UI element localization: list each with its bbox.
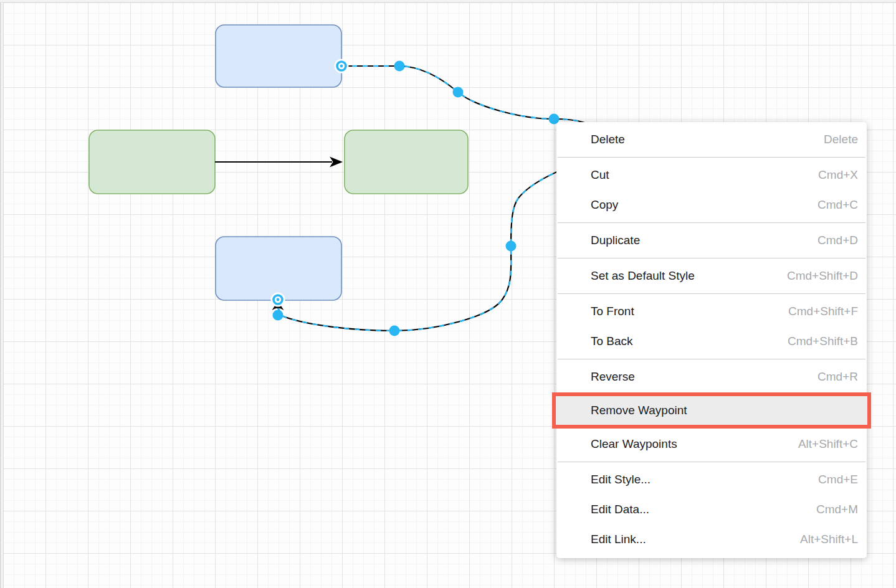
menu-item-label: To Front — [591, 305, 634, 318]
menu-item-clear-waypoints[interactable]: Clear Waypoints Alt+Shift+C — [556, 429, 867, 459]
menu-item-label: Remove Waypoint — [591, 404, 687, 417]
menu-item-label: Edit Link... — [591, 533, 646, 546]
node-green-right[interactable] — [345, 130, 468, 194]
menu-item-shortcut: Cmd+X — [818, 168, 858, 182]
menu-separator — [558, 157, 865, 158]
menu-item-label: Set as Default Style — [591, 269, 695, 283]
menu-item-to-back[interactable]: To Back Cmd+Shift+B — [556, 326, 867, 356]
menu-item-shortcut: Cmd+R — [817, 370, 858, 384]
menu-item-reverse[interactable]: Reverse Cmd+R — [556, 362, 867, 392]
menu-item-label: Copy — [591, 198, 618, 212]
menu-item-shortcut: Cmd+Shift+F — [788, 305, 858, 318]
menu-item-label: Clear Waypoints — [591, 437, 677, 451]
menu-item-copy[interactable]: Copy Cmd+C — [556, 190, 867, 220]
menu-item-shortcut: Cmd+M — [816, 503, 858, 516]
edge-endpoint-ring-target[interactable] — [271, 293, 285, 307]
menu-item-remove-waypoint[interactable]: Remove Waypoint — [552, 392, 871, 429]
menu-item-label: Edit Style... — [591, 473, 651, 486]
menu-item-shortcut: Alt+Shift+L — [800, 533, 858, 546]
menu-separator — [558, 222, 865, 223]
menu-item-shortcut: Delete — [824, 133, 858, 146]
menu-item-shortcut: Cmd+E — [818, 473, 858, 486]
waypoint-handle[interactable] — [394, 61, 405, 72]
menu-item-label: Edit Data... — [591, 503, 649, 516]
menu-item-label: To Back — [591, 334, 633, 348]
menu-item-duplicate[interactable]: Duplicate Cmd+D — [556, 225, 867, 255]
menu-item-delete[interactable]: Delete Delete — [556, 125, 867, 154]
menu-item-shortcut: Cmd+D — [817, 234, 858, 247]
node-blue-bottom[interactable] — [216, 237, 341, 300]
menu-item-shortcut: Cmd+Shift+D — [787, 269, 858, 283]
menu-item-edit-link[interactable]: Edit Link... Alt+Shift+L — [556, 524, 867, 554]
menu-item-label: Delete — [591, 133, 625, 146]
menu-item-cut[interactable]: Cut Cmd+X — [556, 160, 867, 190]
waypoint-handle[interactable] — [453, 87, 464, 98]
menu-separator — [558, 359, 865, 359]
menu-item-set-as-default-style[interactable]: Set as Default Style Cmd+Shift+D — [556, 261, 867, 291]
diagram-editor-canvas[interactable]: Delete Delete Cut Cmd+X Copy Cmd+C Dupli… — [0, 0, 896, 588]
menu-item-shortcut: Cmd+Shift+B — [788, 334, 858, 348]
waypoint-handle[interactable] — [273, 310, 284, 321]
menu-item-shortcut: Cmd+C — [817, 198, 858, 212]
menu-item-edit-style[interactable]: Edit Style... Cmd+E — [556, 465, 867, 495]
node-blue-top[interactable] — [216, 25, 341, 87]
context-menu: Delete Delete Cut Cmd+X Copy Cmd+C Dupli… — [556, 122, 867, 558]
menu-separator — [558, 293, 865, 294]
menu-separator — [558, 462, 865, 462]
node-green-left[interactable] — [89, 130, 215, 194]
menu-item-label: Reverse — [591, 370, 635, 384]
waypoint-handle[interactable] — [389, 326, 400, 336]
menu-item-shortcut: Alt+Shift+C — [798, 437, 858, 451]
edge-endpoint-ring-source[interactable] — [335, 59, 349, 74]
menu-item-edit-data[interactable]: Edit Data... Cmd+M — [556, 495, 867, 524]
waypoint-handle[interactable] — [506, 241, 517, 252]
menu-item-label: Duplicate — [591, 234, 640, 247]
menu-item-label: Cut — [591, 168, 609, 182]
menu-item-to-front[interactable]: To Front Cmd+Shift+F — [556, 296, 867, 326]
menu-separator — [558, 258, 865, 258]
